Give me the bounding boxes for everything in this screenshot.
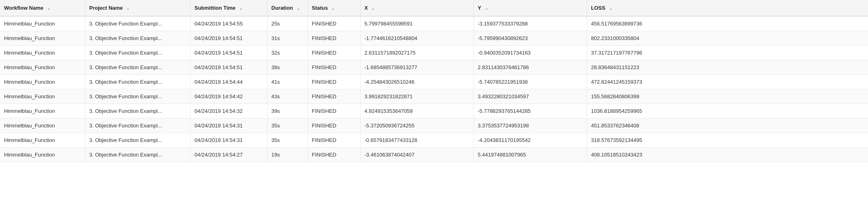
cell-x: -1.7744616210548804 [360,31,473,46]
cell-workflow_name: Himmelblau_Function [0,75,85,89]
sort-icon-x: ⌄ [371,6,375,11]
cell-loss: 802.2331000335804 [587,31,868,46]
table-row[interactable]: Himmelblau_Function3. Objective Function… [0,46,868,60]
col-header-project-label: Project Name [89,5,123,11]
cell-x: -3.461063874042407 [360,148,473,162]
col-header-workflow[interactable]: Workflow Name ⌄ [0,0,85,16]
cell-x: -1.6854885736913277 [360,60,473,75]
cell-workflow_name: Himmelblau_Function [0,16,85,31]
table-row[interactable]: Himmelblau_Function3. Objective Function… [0,75,868,89]
table-row[interactable]: Himmelblau_Function3. Objective Function… [0,16,868,31]
col-header-duration[interactable]: Duration ⌄ [267,0,308,16]
cell-workflow_name: Himmelblau_Function [0,46,85,60]
cell-y: 5.441974881007965 [473,148,587,162]
col-header-loss-label: LOSS [591,5,605,11]
cell-duration: 35s [267,133,308,148]
cell-y: 3.4932280321034597 [473,89,587,104]
cell-duration: 38s [267,60,308,75]
cell-duration: 31s [267,31,308,46]
cell-submission_time: 04/24/2019 14:54:55 [190,16,267,31]
cell-x: 5.799798455599591 [360,16,473,31]
sort-icon-project: ⌄ [126,6,129,11]
cell-project_name: 3. Objective Function Exampl... [85,89,190,104]
cell-duration: 32s [267,46,308,60]
cell-submission_time: 04/24/2019 14:54:51 [190,31,267,46]
col-header-y[interactable]: Y ⌄ [473,0,587,16]
cell-project_name: 3. Objective Function Exampl... [85,133,190,148]
cell-loss: 472.82441245159373 [587,75,868,89]
cell-workflow_name: Himmelblau_Function [0,89,85,104]
table-row[interactable]: Himmelblau_Function3. Objective Function… [0,148,868,162]
cell-project_name: 3. Objective Function Exampl... [85,16,190,31]
cell-status: FINISHED [308,133,360,148]
cell-status: FINISHED [308,60,360,75]
cell-project_name: 3. Objective Function Exampl... [85,104,190,119]
col-header-submission-time[interactable]: Submittion Time ⌄ [190,0,267,16]
col-header-workflow-label: Workflow Name [4,5,43,11]
cell-y: -5.7788293765144285 [473,104,587,119]
cell-duration: 19s [267,148,308,162]
cell-status: FINISHED [308,89,360,104]
col-header-duration-label: Duration [272,5,293,11]
table-body: Himmelblau_Function3. Objective Function… [0,16,868,162]
cell-y: -5.795990430892623 [473,31,587,46]
cell-status: FINISHED [308,75,360,89]
cell-status: FINISHED [308,104,360,119]
workflow-table: Workflow Name ⌄ Project Name ⌄ Submittio… [0,0,868,162]
col-header-x[interactable]: X ⌄ [360,0,473,16]
cell-workflow_name: Himmelblau_Function [0,119,85,133]
cell-submission_time: 04/24/2019 14:54:27 [190,148,267,162]
cell-project_name: 3. Objective Function Exampl... [85,46,190,60]
cell-loss: 28.83648431151223 [587,60,868,75]
cell-y: 2.8311430376461786 [473,60,587,75]
cell-duration: 39s [267,104,308,119]
cell-status: FINISHED [308,16,360,31]
cell-duration: 25s [267,16,308,31]
cell-workflow_name: Himmelblau_Function [0,31,85,46]
col-header-status[interactable]: Status ⌄ [308,0,360,16]
cell-x: -5.372050936724255 [360,119,473,133]
col-header-project[interactable]: Project Name ⌄ [85,0,190,16]
table-row[interactable]: Himmelblau_Function3. Objective Function… [0,31,868,46]
cell-project_name: 3. Objective Function Exampl... [85,31,190,46]
table-row[interactable]: Himmelblau_Function3. Objective Function… [0,119,868,133]
cell-x: -0.6579183477433128 [360,133,473,148]
col-header-loss[interactable]: LOSS ⌄ [587,0,868,16]
cell-loss: 1036.8188954259965 [587,104,868,119]
cell-x: 4.924915353647059 [360,104,473,119]
cell-y: 3.3753537724953198 [473,119,587,133]
table-row[interactable]: Himmelblau_Function3. Objective Function… [0,133,868,148]
col-header-submission-time-label: Submittion Time [195,5,236,11]
data-table-container: Workflow Name ⌄ Project Name ⌄ Submittio… [0,0,868,162]
sort-icon-y: ⌄ [485,6,488,11]
cell-submission_time: 04/24/2019 14:54:42 [190,89,267,104]
cell-status: FINISHED [308,46,360,60]
cell-workflow_name: Himmelblau_Function [0,104,85,119]
table-row[interactable]: Himmelblau_Function3. Objective Function… [0,60,868,75]
cell-loss: 318.57673592134495 [587,133,868,148]
cell-status: FINISHED [308,148,360,162]
table-header-row: Workflow Name ⌄ Project Name ⌄ Submittio… [0,0,868,16]
cell-submission_time: 04/24/2019 14:54:32 [190,104,267,119]
cell-submission_time: 04/24/2019 14:54:31 [190,133,267,148]
table-row[interactable]: Himmelblau_Function3. Objective Function… [0,104,868,119]
sort-icon-submission-time: ⌄ [239,6,242,11]
sort-icon-loss: ⌄ [609,6,612,11]
table-row[interactable]: Himmelblau_Function3. Objective Function… [0,89,868,104]
col-header-status-label: Status [312,5,328,11]
cell-status: FINISHED [308,119,360,133]
cell-loss: 451.8533762346408 [587,119,868,133]
sort-icon-duration: ⌄ [297,6,300,11]
cell-y: -4.2043831170195542 [473,133,587,148]
cell-x: 3.991829231822871 [360,89,473,104]
cell-x: 2.6311571892027175 [360,46,473,60]
cell-project_name: 3. Objective Function Exampl... [85,119,190,133]
cell-workflow_name: Himmelblau_Function [0,60,85,75]
cell-submission_time: 04/24/2019 14:54:31 [190,119,267,133]
cell-project_name: 3. Objective Function Exampl... [85,75,190,89]
cell-y: -0.9400352091734163 [473,46,587,60]
cell-project_name: 3. Objective Function Exampl... [85,148,190,162]
cell-x: -4.254843026510246 [360,75,473,89]
col-header-x-label: X [365,5,368,11]
sort-icon-workflow: ⌄ [47,6,50,11]
